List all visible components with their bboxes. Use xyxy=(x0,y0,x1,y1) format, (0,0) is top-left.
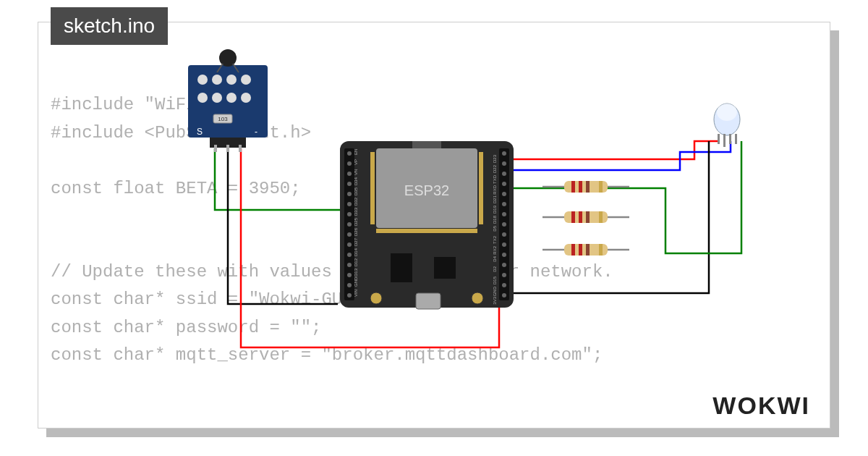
code-line: const char* mqtt_server = "broker.mqttda… xyxy=(51,345,603,365)
logo-text: WOKWI xyxy=(712,392,810,419)
code-line: #include "WiFi.h" xyxy=(51,95,228,114)
code-background: #include "WiFi.h" #include <PubSubClient… xyxy=(51,64,613,369)
file-tab[interactable]: sketch.ino xyxy=(51,7,168,45)
code-line: const float BETA = 3950; xyxy=(51,179,301,198)
code-line: const char* password = ""; xyxy=(51,318,321,337)
code-line: #include <PubSubClient.h> xyxy=(51,123,311,143)
file-tab-label: sketch.ino xyxy=(64,14,155,37)
wokwi-logo: WOKWI xyxy=(712,392,810,420)
code-line: const char* ssid = "Wokwi-GUEST"; xyxy=(51,290,394,309)
code-line: // Update these with values suitable for… xyxy=(51,262,613,282)
